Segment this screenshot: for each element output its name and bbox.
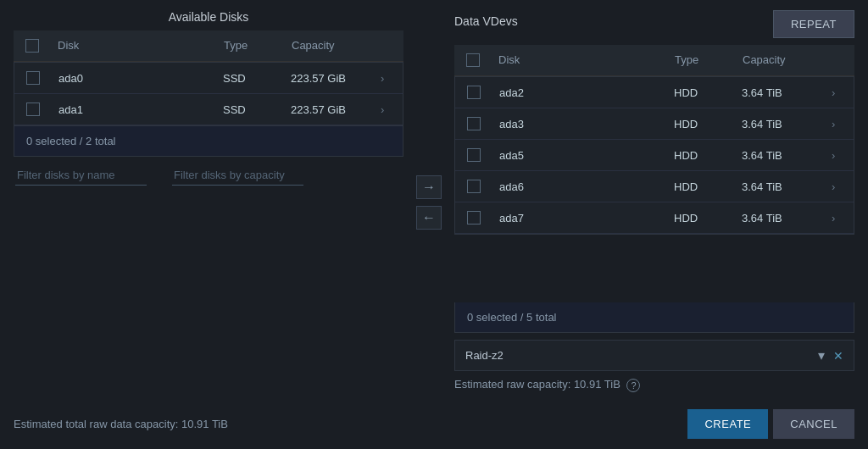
table-row[interactable]: ada7 HDD 3.64 TiB ›	[455, 202, 854, 234]
raid-dropdown-icon[interactable]: ▾	[818, 347, 825, 363]
filter-row	[14, 165, 403, 186]
rrow3-expand-icon[interactable]: ›	[828, 172, 854, 202]
rrow1-checkbox[interactable]	[467, 117, 481, 130]
bottom-bar: Estimated total raw data capacity: 10.91…	[14, 402, 854, 439]
transfer-left-button[interactable]: ←	[416, 206, 442, 230]
rrow1-capacity: 3.64 TiB	[735, 109, 828, 139]
select-all-right-checkbox[interactable]	[466, 53, 480, 67]
rrow4-disk: ada7	[492, 203, 667, 233]
row0-disk: ada0	[52, 64, 216, 93]
rrow3-checkbox[interactable]	[467, 180, 481, 193]
rrow0-check[interactable]	[455, 77, 492, 108]
right-selected-bar: 0 selected / 5 total	[454, 302, 854, 333]
rrow3-disk: ada6	[492, 172, 667, 202]
rrow0-expand-icon[interactable]: ›	[828, 78, 854, 108]
rrow2-check[interactable]	[455, 140, 492, 170]
estimated-capacity-row: Estimated raw capacity: 10.91 TiB ?	[454, 376, 854, 394]
left-panel: Available Disks Disk Type Capacity ada	[14, 10, 403, 394]
rrow2-expand-icon[interactable]: ›	[828, 141, 854, 170]
rrow1-check[interactable]	[455, 108, 492, 139]
rrow1-disk: ada3	[492, 109, 667, 139]
left-selected-bar: 0 selected / 2 total	[14, 126, 403, 157]
left-header-check[interactable]	[14, 30, 51, 61]
rrow2-type: HDD	[667, 141, 735, 170]
rrow1-expand-icon[interactable]: ›	[828, 109, 854, 139]
raid-remove-button[interactable]: ✕	[833, 349, 843, 363]
left-disk-table: ada0 SSD 223.57 GiB › ada1 SSD 223.57 Gi…	[14, 62, 403, 126]
left-selected-label: 0 selected / 2 total	[26, 135, 116, 147]
left-col-disk-header: Disk	[51, 30, 217, 61]
left-col-type-header: Type	[217, 30, 285, 61]
filter-name-input[interactable]	[15, 165, 147, 186]
row1-type: SSD	[216, 95, 284, 125]
right-header-check[interactable]	[454, 45, 492, 75]
raid-type-label: Raid-z2	[465, 349, 818, 362]
rrow4-capacity: 3.64 TiB	[735, 203, 828, 233]
row0-check[interactable]	[14, 63, 52, 93]
table-row[interactable]: ada0 SSD 223.57 GiB ›	[14, 63, 403, 94]
rrow3-check[interactable]	[455, 171, 492, 202]
left-arrow-icon: ←	[422, 210, 436, 225]
right-arrow-icon: →	[422, 180, 436, 195]
rrow3-capacity: 3.64 TiB	[735, 172, 828, 202]
row1-disk: ada1	[52, 95, 216, 125]
raid-row: Raid-z2 ▾ ✕	[454, 340, 854, 371]
rrow4-checkbox[interactable]	[467, 211, 481, 224]
right-table-outer: ada2 HDD 3.64 TiB › ada3 HDD 3.64 TiB ›	[454, 76, 854, 235]
row0-checkbox[interactable]	[26, 71, 40, 85]
filter-capacity-input[interactable]	[172, 165, 303, 186]
row0-capacity: 223.57 GiB	[284, 64, 377, 93]
rrow2-capacity: 3.64 TiB	[735, 141, 828, 170]
right-table-header: Disk Type Capacity	[454, 45, 854, 76]
transfer-area: → ←	[403, 10, 454, 394]
row1-capacity: 223.57 GiB	[284, 95, 377, 125]
rrow4-type: HDD	[667, 203, 735, 233]
row0-expand-icon[interactable]: ›	[377, 64, 403, 93]
left-table-header: Disk Type Capacity	[14, 30, 403, 62]
select-all-left-checkbox[interactable]	[25, 39, 39, 53]
left-panel-title: Available Disks	[14, 10, 403, 24]
rrow0-type: HDD	[667, 78, 735, 108]
rrow3-type: HDD	[667, 172, 735, 202]
help-icon[interactable]: ?	[626, 379, 640, 392]
transfer-right-button[interactable]: →	[416, 175, 442, 199]
rrow2-disk: ada5	[492, 141, 667, 170]
rrow4-expand-icon[interactable]: ›	[828, 203, 854, 233]
right-col-type-header: Type	[668, 45, 736, 75]
estimated-capacity-label: Estimated raw capacity: 10.91 TiB	[454, 378, 620, 391]
left-col-arrow-header	[378, 30, 403, 61]
right-selected-label: 0 selected / 5 total	[467, 311, 557, 324]
table-row[interactable]: ada1 SSD 223.57 GiB ›	[14, 94, 403, 125]
right-col-cap-header: Capacity	[736, 45, 829, 75]
rrow1-type: HDD	[667, 109, 735, 139]
rrow2-checkbox[interactable]	[467, 148, 481, 162]
table-row[interactable]: ada2 HDD 3.64 TiB ›	[455, 77, 854, 108]
row1-check[interactable]	[14, 94, 52, 125]
right-disk-table: ada2 HDD 3.64 TiB › ada3 HDD 3.64 TiB ›	[454, 76, 854, 302]
create-button[interactable]: CREATE	[687, 409, 768, 439]
right-top-bar: Data VDevs REPEAT	[454, 10, 854, 38]
right-panel-title: Data VDevs	[454, 14, 518, 28]
right-col-disk-header: Disk	[492, 45, 668, 75]
rrow4-check[interactable]	[455, 202, 492, 233]
rrow0-checkbox[interactable]	[467, 86, 481, 99]
total-capacity-label: Estimated total raw data capacity: 10.91…	[14, 418, 687, 430]
right-panel: Data VDevs REPEAT Disk Type Capacity	[454, 10, 854, 394]
table-row[interactable]: ada6 HDD 3.64 TiB ›	[455, 171, 854, 202]
rrow0-capacity: 3.64 TiB	[735, 78, 828, 108]
table-row[interactable]: ada5 HDD 3.64 TiB ›	[455, 140, 854, 171]
row1-expand-icon[interactable]: ›	[377, 95, 403, 125]
row1-checkbox[interactable]	[26, 103, 40, 116]
cancel-button[interactable]: CANCEL	[773, 409, 854, 439]
table-row[interactable]: ada3 HDD 3.64 TiB ›	[455, 108, 854, 140]
row0-type: SSD	[216, 64, 284, 93]
left-col-cap-header: Capacity	[285, 30, 378, 61]
repeat-button[interactable]: REPEAT	[773, 10, 854, 38]
rrow0-disk: ada2	[492, 78, 667, 108]
panels-area: Available Disks Disk Type Capacity ada	[14, 10, 854, 394]
right-col-arrow-header	[829, 45, 854, 75]
dialog-container: Available Disks Disk Type Capacity ada	[0, 0, 868, 449]
